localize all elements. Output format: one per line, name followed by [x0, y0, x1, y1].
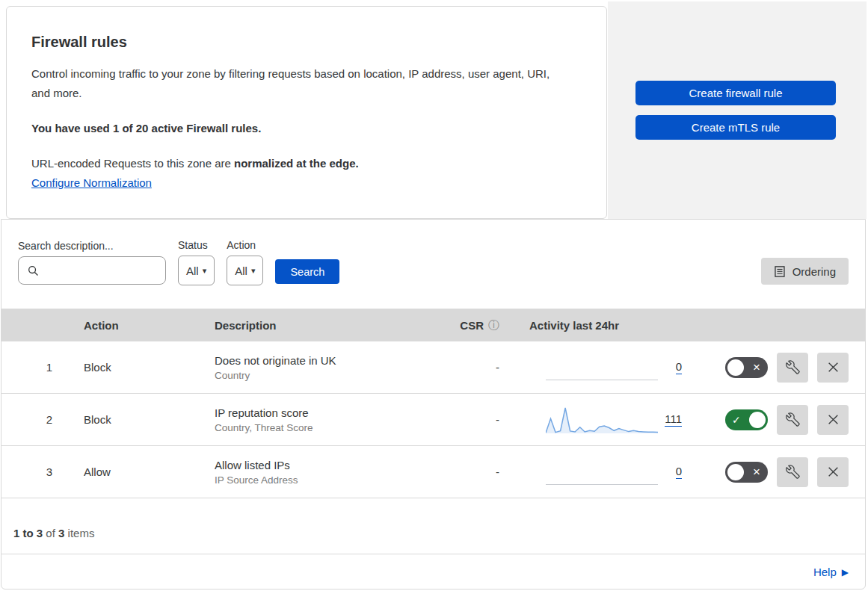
rule-enabled-toggle[interactable]: ✓ × — [725, 409, 768, 430]
filter-bar: Search description... Status All ▾ — [1, 220, 865, 309]
rule-csr-value: - — [430, 361, 508, 374]
x-icon: × — [753, 464, 760, 479]
list-document-icon — [774, 265, 786, 278]
activity-sparkline — [546, 353, 658, 383]
activity-count-link[interactable]: 0 — [676, 360, 682, 374]
rule-description-cell: IP reputation score Country, Threat Scor… — [183, 406, 430, 433]
action-filter-group: Action All ▾ — [227, 239, 263, 285]
rule-activity-cell: 0 — [508, 457, 693, 487]
close-icon — [827, 465, 840, 478]
zero-activity-line — [546, 380, 658, 380]
rule-priority: 3 — [1, 465, 52, 478]
zero-activity-line — [546, 484, 658, 485]
table-row: 1 Block Does not originate in UK Country… — [1, 341, 865, 394]
items-of: of — [43, 527, 58, 539]
firewall-rules-page: Firewall rules Control incoming traffic … — [0, 0, 868, 591]
edit-rule-button[interactable] — [777, 405, 808, 435]
header-activity: Activity last 24hr — [508, 319, 693, 332]
activity-count-link[interactable]: 0 — [676, 465, 682, 479]
rule-priority: 2 — [1, 413, 52, 426]
rule-description: IP reputation score — [215, 406, 430, 419]
rule-activity-cell: 111 — [508, 405, 693, 435]
create-firewall-rule-label: Create firewall rule — [689, 87, 782, 99]
search-icon — [28, 265, 39, 276]
create-mtls-rule-label: Create mTLS rule — [692, 121, 780, 134]
normalization-bold: normalized at the edge. — [234, 157, 359, 170]
header-description: Description — [183, 319, 430, 332]
check-icon: ✓ — [732, 413, 741, 425]
intro-card: Firewall rules Control incoming traffic … — [6, 6, 607, 219]
search-input-wrapper — [18, 256, 166, 285]
rule-criteria: Country — [215, 370, 430, 381]
create-mtls-rule-button[interactable]: Create mTLS rule — [635, 115, 836, 140]
table-row: 3 Allow Allow listed IPs IP Source Addre… — [1, 446, 865, 498]
wrench-icon — [786, 360, 800, 374]
toggle-knob — [749, 412, 766, 428]
rule-enabled-toggle[interactable]: ✓ × — [725, 462, 768, 483]
info-icon[interactable]: ⓘ — [488, 318, 499, 332]
delete-rule-button[interactable] — [817, 405, 849, 435]
normalization-line: URL-encoded Requests to this zone are no… — [31, 157, 569, 170]
rule-description: Allow listed IPs — [215, 459, 430, 471]
page-title: Firewall rules — [31, 34, 569, 51]
help-row: Help ▶ — [1, 554, 865, 590]
edit-rule-button[interactable] — [777, 353, 808, 383]
header-csr: CSR ⓘ — [430, 318, 508, 332]
rule-csr-value: - — [430, 465, 508, 478]
activity-sparkline — [546, 405, 658, 435]
edit-rule-button[interactable] — [777, 457, 808, 487]
close-icon — [827, 413, 840, 426]
wrench-icon — [786, 465, 800, 479]
chevron-down-icon: ▾ — [203, 266, 207, 276]
rule-description: Does not originate in UK — [215, 354, 430, 367]
items-summary: 1 to 3 of 3 items — [1, 498, 865, 554]
arrow-right-icon: ▶ — [842, 567, 849, 578]
rule-controls: ✓ × — [693, 405, 865, 435]
search-group: Search description... — [18, 240, 166, 285]
status-label: Status — [178, 239, 215, 251]
rule-activity-cell: 0 — [508, 353, 693, 383]
ordering-button[interactable]: Ordering — [761, 258, 849, 285]
wrench-icon — [786, 412, 800, 427]
x-icon: × — [753, 359, 760, 374]
items-range: 1 to 3 — [13, 527, 43, 539]
rule-criteria: IP Source Address — [215, 474, 430, 486]
close-icon — [827, 361, 840, 374]
create-firewall-rule-button[interactable]: Create firewall rule — [635, 81, 836, 105]
rule-enabled-toggle[interactable]: ✓ × — [725, 357, 768, 378]
filter-controls: Search description... Status All ▾ — [18, 239, 849, 285]
usage-notice: You have used 1 of 20 active Firewall ru… — [31, 122, 569, 134]
status-value: All — [186, 264, 199, 277]
table-row: 2 Block IP reputation score Country, Thr… — [1, 394, 865, 446]
help-link[interactable]: Help — [813, 566, 837, 578]
rule-description-cell: Allow listed IPs IP Source Address — [183, 459, 430, 486]
rule-controls: ✓ × — [693, 353, 865, 383]
rule-priority: 1 — [1, 361, 52, 374]
search-label: Search description... — [18, 240, 166, 252]
search-button[interactable]: Search — [275, 259, 339, 284]
action-value: All — [235, 264, 247, 277]
search-input[interactable] — [45, 257, 165, 284]
ordering-label: Ordering — [792, 265, 836, 278]
header-csr-label: CSR — [460, 319, 484, 332]
action-label: Action — [227, 239, 263, 251]
delete-rule-button[interactable] — [817, 457, 849, 487]
action-dropdown[interactable]: All ▾ — [227, 256, 263, 285]
rule-action: Block — [52, 361, 183, 374]
status-filter-group: Status All ▾ — [178, 239, 215, 285]
normalization-text: URL-encoded Requests to this zone are — [31, 157, 231, 170]
rules-list-card: Search description... Status All ▾ — [1, 219, 866, 590]
table-header-row: Action Description CSR ⓘ Activity last 2… — [1, 309, 865, 341]
status-dropdown[interactable]: All ▾ — [178, 256, 215, 285]
header-action: Action — [52, 319, 183, 332]
activity-count-link[interactable]: 111 — [665, 412, 682, 427]
items-word: items — [64, 527, 94, 539]
configure-normalization-link[interactable]: Configure Normalization — [31, 176, 152, 189]
chevron-down-icon: ▾ — [251, 266, 256, 276]
actions-panel: Create firewall rule Create mTLS rule — [608, 1, 867, 219]
rule-action: Block — [52, 413, 183, 426]
toggle-knob — [727, 464, 744, 480]
page-description: Control incoming traffic to your zone by… — [31, 64, 558, 103]
rule-description-cell: Does not originate in UK Country — [183, 354, 430, 381]
delete-rule-button[interactable] — [817, 353, 849, 383]
